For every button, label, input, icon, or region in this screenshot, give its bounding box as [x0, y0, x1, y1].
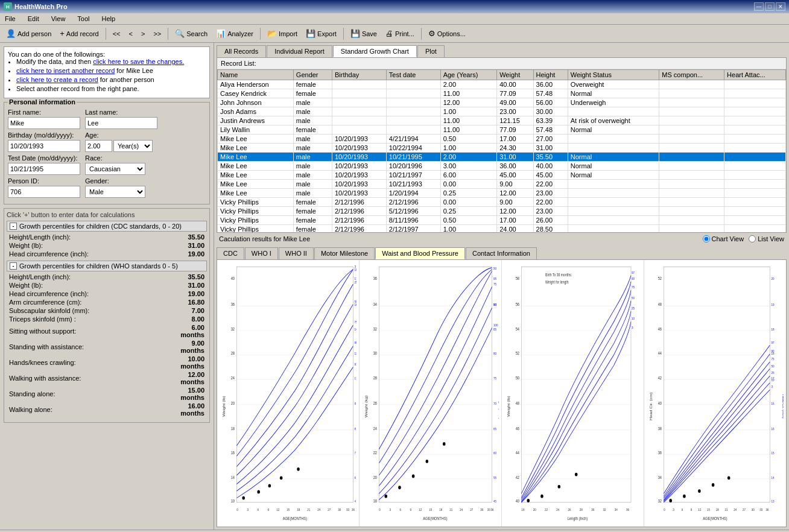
analyzer-button[interactable]: 📊 Analyzer: [212, 27, 257, 40]
who-group-header[interactable]: - Growth percentiles for children (WHO s…: [7, 261, 207, 271]
close-button[interactable]: ✕: [776, 2, 785, 11]
tab-standard-growth-chart[interactable]: Standard Growth Chart: [333, 45, 417, 57]
table-cell: Underweigh: [568, 98, 659, 107]
nav-prev-button[interactable]: <: [125, 28, 136, 39]
nav-next-button[interactable]: >: [138, 28, 148, 39]
first-name-input[interactable]: [8, 117, 80, 129]
insert-record-link[interactable]: click here to insert another record: [16, 67, 115, 74]
col-weight-status[interactable]: Weight Status: [568, 70, 659, 80]
cdc-group: - Growth percentiles for children (CDC s…: [7, 221, 207, 258]
gender-select[interactable]: Male Female: [85, 186, 145, 198]
menu-view[interactable]: View: [49, 14, 68, 23]
col-test-date[interactable]: Test date: [386, 70, 440, 80]
list-view-radio[interactable]: [749, 235, 756, 242]
col-height[interactable]: Height: [533, 70, 568, 80]
col-birthday[interactable]: Birthday: [332, 70, 386, 80]
table-row[interactable]: Mike Leemale10/20/199310/21/19952.0031.0…: [218, 153, 786, 162]
birthday-group: Birthday (mo/dd/yyyy):: [8, 131, 80, 152]
table-row[interactable]: Casey Kendrickfemale11.0077.0957.48Norma…: [218, 89, 786, 98]
col-heart[interactable]: Heart Attac...: [724, 70, 786, 80]
table-row[interactable]: Josh Adamsmale1.0023.0030.00: [218, 107, 786, 116]
menu-tool[interactable]: Tool: [75, 14, 92, 23]
add-record-button[interactable]: + Add record: [56, 27, 102, 40]
menu-edit[interactable]: Edit: [25, 14, 42, 23]
tab-plot[interactable]: Plot: [417, 45, 445, 57]
testdate-race-row: Test Date (mo/dd/yyyy): Race: Caucasian …: [8, 154, 206, 175]
table-row[interactable]: John Johnsonmale12.0049.0056.00Underweig…: [218, 98, 786, 107]
col-gender[interactable]: Gender: [293, 70, 332, 80]
svg-text:16: 16: [355, 303, 356, 307]
svg-text:21: 21: [307, 508, 310, 512]
age-unit-select[interactable]: Year(s) Month(s): [113, 140, 153, 152]
calc-results-header: Caculation results for Mike Lee: [219, 235, 310, 242]
chart-view-option[interactable]: Chart View: [703, 235, 744, 242]
table-cell: 40.00: [497, 80, 533, 89]
add-person-button[interactable]: 👤 Add person: [2, 27, 55, 40]
svg-text:97: 97: [355, 362, 356, 366]
table-row[interactable]: Vicky Phillipsfemale2/12/19968/11/19960.…: [218, 216, 786, 225]
table-row[interactable]: Justin Andrewsmale11.00121.1563.39At ris…: [218, 116, 786, 125]
person-id-input[interactable]: [8, 186, 80, 198]
table-row[interactable]: Mike Leemale10/20/19931/20/19940.2512.00…: [218, 189, 786, 198]
test-date-input[interactable]: [8, 163, 80, 175]
save-changes-link[interactable]: click here to save the changes.: [93, 58, 184, 65]
svg-text:36: 36: [626, 508, 629, 512]
tab-individual-report[interactable]: Individual Report: [267, 45, 332, 57]
menu-file[interactable]: File: [2, 14, 18, 23]
col-name[interactable]: Name: [218, 70, 294, 80]
table-row[interactable]: Aliya Hendersonfemale2.0040.0036.00Overw…: [218, 80, 786, 89]
menu-help[interactable]: Help: [100, 14, 118, 23]
table-cell: [386, 107, 440, 116]
table-row[interactable]: Lily Wallinfemale11.0077.0957.48Normal: [218, 125, 786, 135]
chart-view-radio[interactable]: [703, 235, 710, 242]
col-weight[interactable]: Weight: [497, 70, 533, 80]
table-row[interactable]: Mike Leemale10/20/199310/22/19941.0024.3…: [218, 144, 786, 153]
list-view-option[interactable]: List View: [749, 235, 784, 242]
table-cell: Normal: [568, 125, 659, 135]
col-age[interactable]: Age (Years): [440, 70, 497, 80]
save-button[interactable]: 💾 Save: [347, 27, 381, 40]
minimize-button[interactable]: —: [754, 2, 764, 11]
who-weight-value: 31.00: [168, 282, 204, 289]
table-cell: [724, 80, 786, 89]
age-input[interactable]: [85, 140, 112, 152]
table-row[interactable]: Vicky Phillipsfemale2/12/19965/12/19960.…: [218, 207, 786, 216]
race-select[interactable]: Caucasian African American Hispanic Asia…: [85, 163, 145, 175]
info-list: Modify the data, and then click here to …: [16, 58, 206, 92]
tab-all-records[interactable]: All Records: [217, 45, 266, 57]
tab-cdc[interactable]: CDC: [217, 247, 244, 259]
table-cell: 23.00: [497, 107, 533, 116]
export-button[interactable]: 💾 Export: [302, 27, 340, 40]
chart-panel-2: 18 20 22 24 26 28 30 32 34 36: [360, 260, 502, 527]
tab-motor-milestone[interactable]: Motor Milestone: [314, 247, 375, 259]
table-row[interactable]: Vicky Phillipsfemale2/12/19962/12/19971.…: [218, 225, 786, 233]
tab-who-ii[interactable]: WHO II: [279, 247, 314, 259]
table-row[interactable]: Mike Leemale10/20/19934/21/19940.5017.00…: [218, 135, 786, 144]
search-button[interactable]: 🔍 Search: [171, 27, 211, 40]
add-person-icon: 👤: [6, 29, 16, 38]
col-ms[interactable]: MS compon...: [659, 70, 724, 80]
print-button[interactable]: 🖨 Print...: [382, 27, 418, 40]
cdc-toggle[interactable]: -: [10, 223, 17, 230]
options-button[interactable]: ⚙ Options...: [425, 27, 469, 40]
table-cell: 10/20/1996: [386, 162, 440, 171]
create-record-link[interactable]: click here to create a record: [16, 76, 98, 83]
last-name-input[interactable]: [85, 117, 157, 129]
table-row[interactable]: Mike Leemale10/20/199310/20/19963.0036.0…: [218, 162, 786, 171]
record-table-container[interactable]: Name Gender Birthday Test date Age (Year…: [217, 69, 786, 232]
nav-first-button[interactable]: <<: [109, 28, 124, 39]
tab-contact-info[interactable]: Contact Information: [466, 247, 537, 259]
birthday-input[interactable]: [8, 140, 80, 152]
tab-waist-bp[interactable]: Waist and Blood Pressure: [375, 247, 465, 259]
import-button[interactable]: 📂 Import: [264, 27, 301, 40]
cdc-group-header[interactable]: - Growth percentiles for children (CDC s…: [7, 221, 207, 232]
maximize-button[interactable]: □: [765, 2, 775, 11]
tab-who-i[interactable]: WHO I: [245, 247, 278, 259]
table-row[interactable]: Vicky Phillipsfemale2/12/19962/12/19960.…: [218, 198, 786, 207]
svg-text:7: 7: [355, 451, 356, 455]
nav-last-button[interactable]: >>: [150, 28, 165, 39]
table-row[interactable]: Mike Leemale10/20/199310/21/19976.0045.0…: [218, 171, 786, 180]
who-toggle[interactable]: -: [10, 262, 17, 270]
table-row[interactable]: Mike Leemale10/20/199310/21/19930.009.00…: [218, 180, 786, 189]
view-options: Chart View List View: [703, 235, 784, 242]
